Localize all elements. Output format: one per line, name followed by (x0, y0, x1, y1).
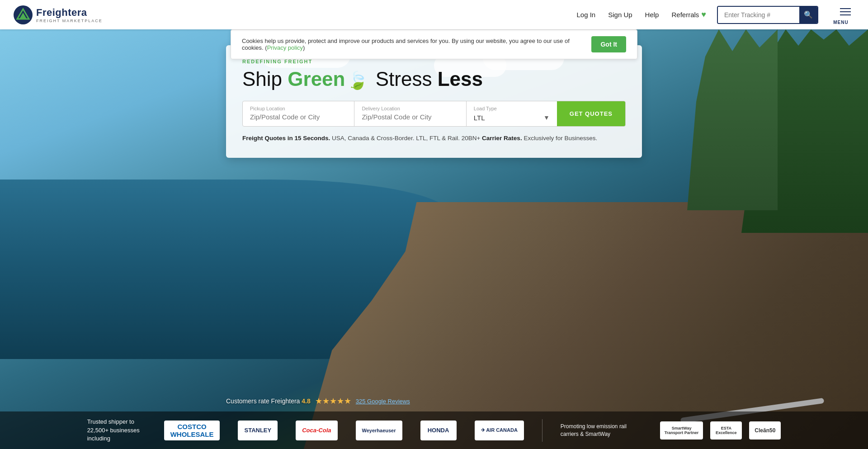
pickup-field: Pickup Location (243, 101, 354, 126)
heart-icon: ♥ (701, 10, 706, 19)
hero-headline: Ship Green🍃 Stress Less (242, 68, 626, 91)
hero-section: REDEFINING FREIGHT Ship Green🍃 Stress Le… (0, 0, 868, 449)
tracking-field[interactable]: 🔍 (717, 6, 818, 24)
referrals-label: Referrals (671, 11, 699, 19)
help-link[interactable]: Help (645, 11, 659, 19)
menu-button[interactable]: MENU (827, 5, 854, 25)
privacy-policy-link[interactable]: Privacy policy (267, 44, 303, 51)
logo[interactable]: Freightera FREIGHT MARKETPLACE (14, 5, 103, 24)
cocacola-logo: Coca-Cola (296, 421, 337, 440)
tagline-rest2: Exclusively for Businesses. (522, 135, 598, 142)
delivery-label: Delivery Location (362, 106, 458, 111)
headline-bold: Less (438, 68, 483, 90)
rating-number: 4.8 (302, 397, 310, 405)
load-type-label: Load Type (474, 106, 550, 111)
get-quotes-button[interactable]: GET QUOTES (557, 101, 625, 126)
chevron-down-icon: ▼ (543, 114, 550, 121)
pickup-input[interactable] (250, 113, 347, 121)
tagline-rest: USA, Canada & Cross-Border. LTL, FTL & R… (330, 135, 480, 142)
load-type-field[interactable]: Load Type LTL ▼ (467, 101, 557, 126)
headline-green: Green (288, 68, 345, 90)
quote-form-card: REDEFINING FREIGHT Ship Green🍃 Stress Le… (226, 45, 642, 158)
weyerhaeuser-logo: Weyerhaeuser (356, 421, 402, 440)
search-icon: 🔍 (804, 10, 813, 19)
reviews-bar: Customers rate Freightera 4.8 ★★★★★ 325 … (226, 396, 642, 406)
google-reviews-link[interactable]: 325 Google Reviews (356, 398, 410, 405)
stanley-logo: STANLEY (238, 421, 278, 440)
logo-subtitle: FREIGHT MARKETPLACE (36, 19, 103, 23)
smartway-logo: SmartWayTransport Partner (660, 421, 703, 440)
leaf-icon: 🍃 (347, 71, 368, 90)
logo-name: Freightera (36, 7, 103, 19)
honda-logo: HONDA (420, 421, 457, 440)
hamburger-icon (836, 5, 854, 19)
clean50-logo: Cleān50 (749, 421, 781, 440)
tagline-bold2: Carrier Rates. (482, 135, 522, 142)
signup-link[interactable]: Sign Up (608, 11, 632, 19)
eyebrow-text: REDEFINING FREIGHT (242, 59, 626, 64)
headline-mid: Stress (370, 68, 437, 90)
cookie-banner: Cookies help us provide, protect and imp… (231, 29, 637, 59)
delivery-input[interactable] (362, 113, 458, 121)
cookie-message: Cookies help us provide, protect and imp… (242, 38, 582, 51)
bottom-logos-bar: Trusted shipper to 22,500+ businesses in… (0, 411, 868, 449)
divider (542, 419, 542, 442)
reviews-text: Customers rate Freightera 4.8 (226, 397, 311, 405)
load-type-value: LTL (474, 114, 485, 122)
referrals-link[interactable]: Referrals ♥ (671, 10, 706, 19)
login-link[interactable]: Log In (577, 11, 596, 19)
got-it-button[interactable]: Got It (591, 36, 626, 52)
quote-form: Pickup Location Delivery Location Load T… (242, 101, 626, 127)
esta-logo: ESTAExcellence (710, 421, 742, 440)
menu-label: MENU (833, 20, 848, 25)
costco-logo: COSTCOWHOLESALE (164, 421, 220, 440)
load-type-select[interactable]: LTL ▼ (474, 113, 550, 122)
pickup-label: Pickup Location (250, 106, 347, 111)
partner-logos: SmartWayTransport Partner ESTAExcellence… (660, 421, 781, 440)
promoting-text: Promoting low emission rail carriers & S… (561, 423, 642, 438)
trusted-text: Trusted shipper to 22,500+ businesses in… (87, 418, 146, 443)
tracking-search-button[interactable]: 🔍 (799, 7, 817, 23)
logo-text: Freightera FREIGHT MARKETPLACE (36, 7, 103, 23)
headline-pre: Ship (242, 68, 288, 90)
tracking-input[interactable] (718, 7, 799, 23)
aircanada-logo: ✈ AIR CANADA (475, 421, 524, 440)
tagline-bold: Freight Quotes in 15 Seconds. (242, 135, 330, 142)
main-nav: Log In Sign Up Help Referrals ♥ (577, 10, 707, 19)
header: Freightera FREIGHT MARKETPLACE Log In Si… (0, 0, 868, 29)
freightera-logo-icon (14, 5, 33, 24)
tagline: Freight Quotes in 15 Seconds. USA, Canad… (242, 135, 626, 142)
delivery-field: Delivery Location (354, 101, 466, 126)
star-rating: ★★★★★ (315, 396, 351, 406)
